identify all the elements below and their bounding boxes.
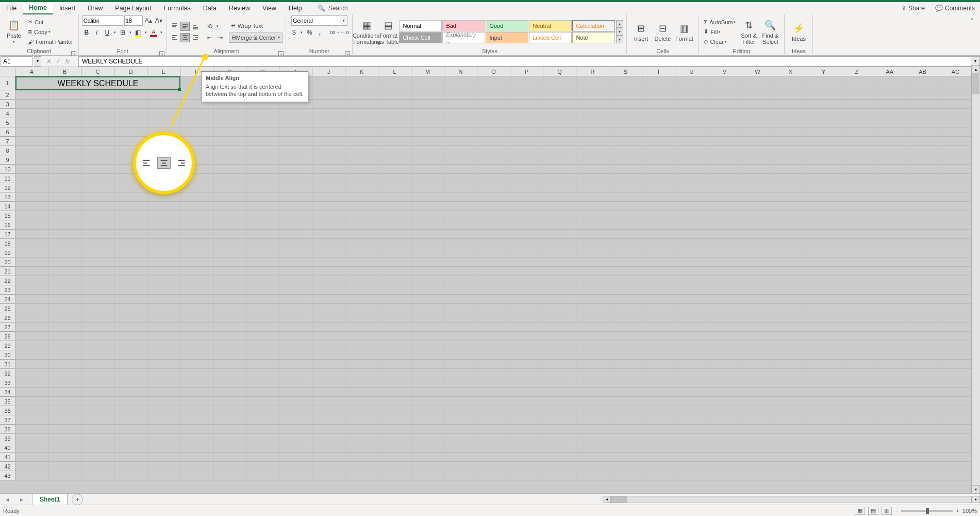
cell[interactable] bbox=[279, 239, 312, 248]
cell[interactable] bbox=[576, 248, 609, 257]
cell[interactable] bbox=[840, 295, 873, 304]
cell[interactable] bbox=[543, 388, 576, 397]
cell[interactable] bbox=[246, 453, 279, 462]
cell[interactable] bbox=[477, 425, 510, 434]
tab-page-layout[interactable]: Page Layout bbox=[109, 2, 157, 14]
cell[interactable] bbox=[873, 332, 906, 341]
cell[interactable] bbox=[576, 406, 609, 415]
cell[interactable] bbox=[609, 202, 642, 211]
cell[interactable] bbox=[114, 443, 147, 453]
cell[interactable] bbox=[477, 192, 510, 202]
cell[interactable] bbox=[675, 425, 708, 434]
cell[interactable] bbox=[840, 183, 873, 192]
cell[interactable] bbox=[81, 322, 114, 332]
cell[interactable] bbox=[939, 285, 972, 295]
cell[interactable] bbox=[15, 332, 48, 341]
row-header[interactable]: 5 bbox=[0, 118, 15, 127]
cell[interactable] bbox=[345, 118, 378, 127]
cell[interactable] bbox=[246, 137, 279, 146]
cell[interactable] bbox=[840, 137, 873, 146]
cell[interactable] bbox=[741, 211, 774, 220]
row-header[interactable]: 15 bbox=[0, 211, 15, 220]
cell[interactable] bbox=[378, 378, 411, 388]
cell[interactable] bbox=[774, 90, 807, 100]
cell[interactable] bbox=[576, 174, 609, 183]
cell[interactable] bbox=[708, 322, 741, 332]
cell[interactable] bbox=[939, 397, 972, 406]
cell[interactable] bbox=[675, 443, 708, 453]
cell[interactable] bbox=[147, 257, 180, 267]
cell[interactable] bbox=[510, 369, 543, 378]
italic-button[interactable]: I bbox=[92, 28, 102, 37]
accounting-dropdown[interactable]: ▾ bbox=[300, 28, 304, 37]
cell[interactable] bbox=[939, 360, 972, 369]
cell[interactable] bbox=[378, 146, 411, 155]
cell[interactable] bbox=[840, 443, 873, 453]
cell[interactable] bbox=[939, 127, 972, 137]
cell[interactable] bbox=[642, 211, 675, 220]
cell[interactable] bbox=[279, 360, 312, 369]
column-header[interactable]: AB bbox=[906, 67, 939, 76]
cell[interactable] bbox=[477, 276, 510, 285]
cell[interactable] bbox=[279, 462, 312, 471]
column-header[interactable]: S bbox=[609, 67, 642, 76]
cell[interactable] bbox=[708, 155, 741, 165]
cell[interactable] bbox=[609, 146, 642, 155]
sheet-tab-sheet1[interactable]: Sheet1 bbox=[32, 494, 68, 505]
cell[interactable] bbox=[906, 350, 939, 360]
cell[interactable] bbox=[147, 248, 180, 257]
cell[interactable] bbox=[543, 350, 576, 360]
style-neutral[interactable]: Neutral bbox=[529, 20, 572, 31]
cell[interactable] bbox=[873, 76, 906, 90]
cell[interactable] bbox=[873, 211, 906, 220]
cell[interactable] bbox=[774, 462, 807, 471]
row-header[interactable]: 18 bbox=[0, 239, 15, 248]
worksheet-grid[interactable]: ABCDEFGHIJKLMNOPQRSTUVWXYZAAABAC 1234567… bbox=[0, 67, 980, 480]
cell[interactable] bbox=[873, 230, 906, 239]
cell[interactable] bbox=[345, 127, 378, 137]
cell[interactable] bbox=[345, 137, 378, 146]
cell[interactable] bbox=[345, 165, 378, 174]
cell[interactable] bbox=[939, 100, 972, 109]
cell[interactable] bbox=[411, 118, 444, 127]
cell[interactable] bbox=[510, 313, 543, 322]
cell[interactable] bbox=[642, 369, 675, 378]
cell[interactable] bbox=[180, 257, 213, 267]
cell[interactable] bbox=[510, 118, 543, 127]
cell[interactable] bbox=[378, 295, 411, 304]
cell[interactable] bbox=[609, 230, 642, 239]
cell[interactable] bbox=[246, 341, 279, 350]
cell[interactable] bbox=[246, 332, 279, 341]
cell[interactable] bbox=[345, 285, 378, 295]
cell[interactable] bbox=[213, 220, 246, 230]
cell[interactable] bbox=[48, 295, 81, 304]
cell[interactable] bbox=[840, 239, 873, 248]
cell[interactable] bbox=[279, 453, 312, 462]
cell[interactable] bbox=[939, 415, 972, 425]
cell[interactable] bbox=[873, 220, 906, 230]
cell[interactable] bbox=[48, 332, 81, 341]
cell[interactable] bbox=[48, 388, 81, 397]
cell[interactable] bbox=[708, 183, 741, 192]
cell[interactable] bbox=[576, 341, 609, 350]
cell[interactable] bbox=[642, 322, 675, 332]
merge-dropdown[interactable]: ▾ bbox=[278, 35, 280, 40]
cell[interactable] bbox=[444, 100, 477, 109]
cell[interactable] bbox=[543, 341, 576, 350]
cell[interactable] bbox=[411, 165, 444, 174]
cell[interactable] bbox=[906, 109, 939, 118]
cell[interactable] bbox=[510, 350, 543, 360]
cell[interactable] bbox=[840, 369, 873, 378]
cell[interactable] bbox=[741, 202, 774, 211]
number-format-combo[interactable] bbox=[291, 15, 340, 26]
cell[interactable] bbox=[48, 285, 81, 295]
cell[interactable] bbox=[510, 341, 543, 350]
cell[interactable] bbox=[543, 100, 576, 109]
cell[interactable] bbox=[246, 285, 279, 295]
cell[interactable] bbox=[345, 443, 378, 453]
cell[interactable] bbox=[510, 183, 543, 192]
cell[interactable] bbox=[246, 230, 279, 239]
cell[interactable] bbox=[708, 230, 741, 239]
cell[interactable] bbox=[576, 462, 609, 471]
cell[interactable] bbox=[411, 388, 444, 397]
